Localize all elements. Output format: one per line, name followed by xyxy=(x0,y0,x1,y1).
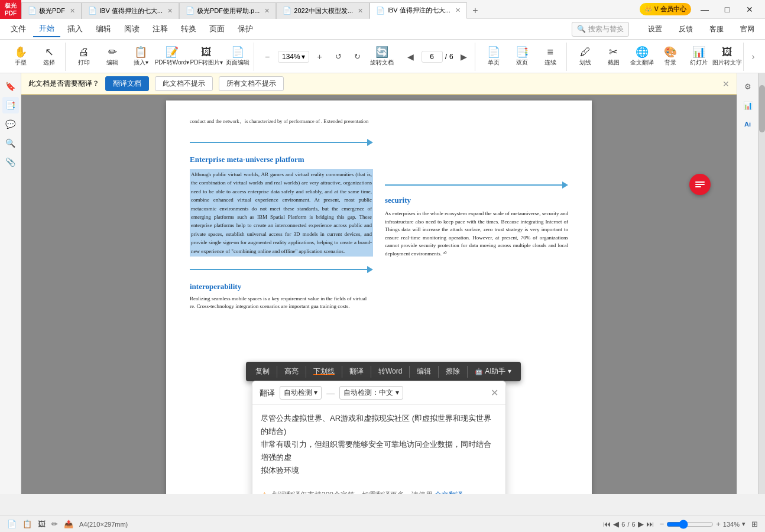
zoom-out-button[interactable]: − xyxy=(259,49,275,64)
next-page-button[interactable]: ▶ xyxy=(456,49,472,64)
ai-assistant-button[interactable]: 🤖 AI助手 ▾ xyxy=(469,364,517,379)
tab-home[interactable]: 📄 极光PDF ✕ xyxy=(21,2,82,19)
tab-ibv1-close[interactable]: ✕ xyxy=(167,7,173,15)
new-tab-button[interactable]: + xyxy=(467,2,484,19)
sidebar-attachments-icon[interactable]: 📎 xyxy=(2,154,19,170)
rs-properties-icon[interactable]: 📊 xyxy=(740,97,756,113)
menu-start[interactable]: 开始 xyxy=(33,21,60,37)
zoom-controls: − + 134% ▾ xyxy=(660,520,745,529)
tab-help[interactable]: 📄 极光PDF使用帮助.p... ✕ xyxy=(179,2,276,19)
tab-ibv1[interactable]: 📄 IBV 值得押注的七大... ✕ xyxy=(82,2,179,19)
ppt-btn[interactable]: 📊 幻灯片 xyxy=(685,45,712,69)
pdf-to-word-button[interactable]: 📝 PDF转Word▾ xyxy=(155,45,189,69)
popup-close-button[interactable]: ✕ xyxy=(491,387,498,398)
crop-btn[interactable]: ✂ 截图 xyxy=(600,45,627,69)
fit-window-button[interactable]: ⊞ xyxy=(751,520,758,528)
double-page-button[interactable]: 📑 双页 xyxy=(508,45,536,69)
target-lang-select[interactable]: 自动检测：中文 ▾ xyxy=(339,386,403,400)
edit-button[interactable]: ✏ 编辑 xyxy=(99,45,126,69)
text-context-toolbar: 复制 高亮 下划线 翻译 转Word 编辑 擦除 🤖 AI助手 ▾ xyxy=(246,362,521,381)
status-page-separator: / xyxy=(627,521,629,528)
tab-llm-close[interactable]: ✕ xyxy=(358,7,363,15)
status-last-page[interactable]: ⏭ xyxy=(646,520,654,528)
translate-button[interactable]: 翻译 xyxy=(343,364,369,379)
rs-settings-icon[interactable]: ⚙ xyxy=(740,78,756,95)
pdf-to-word-icon: 📝 xyxy=(166,47,179,57)
scrollbar-thumb[interactable] xyxy=(759,85,765,132)
rotate-doc-button[interactable]: 🔄 旋转文档 xyxy=(368,45,396,69)
sidebar-bookmark-icon[interactable]: 🔖 xyxy=(2,78,19,95)
image-to-text-btn[interactable]: 🖼 图片转文字 xyxy=(714,45,741,69)
toolbar-collapse-button[interactable]: › xyxy=(746,49,760,64)
feedback-button[interactable]: 反馈 xyxy=(673,22,699,37)
full-translate-btn[interactable]: 🌐 全文翻译 xyxy=(628,45,656,69)
sidebar-search-icon[interactable]: 🔍 xyxy=(2,135,19,151)
menu-edit[interactable]: 编辑 xyxy=(90,21,117,37)
zoom-slider[interactable] xyxy=(666,520,714,529)
status-prev-page[interactable]: ◀ xyxy=(613,520,619,528)
menu-annotate[interactable]: 注释 xyxy=(147,21,174,37)
zoom-in-status-button[interactable]: + xyxy=(716,520,721,528)
source-lang-select[interactable]: 自动检测 ▾ xyxy=(280,386,322,400)
status-next-page[interactable]: ▶ xyxy=(638,520,644,528)
tab-home-close[interactable]: ✕ xyxy=(70,7,75,15)
select-tool-button[interactable]: ↖ 选择 xyxy=(35,45,63,69)
tab-llm[interactable]: 📄 2022中国大模型发... ✕ xyxy=(276,2,369,19)
menu-read[interactable]: 阅读 xyxy=(118,21,145,37)
sidebar-comments-icon[interactable]: 💬 xyxy=(2,116,19,132)
separator-5 xyxy=(409,366,410,378)
rotate-right-button[interactable]: ↻ xyxy=(349,49,366,64)
continuous-button[interactable]: ≡ 连续 xyxy=(537,45,564,69)
sidebar-thumbnails-icon[interactable]: 📑 xyxy=(2,97,19,113)
zoom-in-button[interactable]: + xyxy=(312,49,328,64)
page-number-input[interactable] xyxy=(422,51,443,63)
zoom-dropdown[interactable]: ▾ xyxy=(742,520,745,528)
edit-text-button[interactable]: 编辑 xyxy=(411,364,437,379)
close-button[interactable]: ✕ xyxy=(739,1,760,18)
member-center-button[interactable]: 👑 V 会员中心 xyxy=(640,3,691,15)
highlight-button[interactable]: 高亮 xyxy=(278,364,304,379)
full-translate-link[interactable]: 全文翻译 xyxy=(435,491,463,494)
menu-page[interactable]: 页面 xyxy=(203,21,231,37)
rotate-left-button[interactable]: ↺ xyxy=(330,49,347,64)
to-word-button[interactable]: 转Word xyxy=(372,364,408,379)
pdf-to-image-button[interactable]: 🖼 PDF转图片▾ xyxy=(190,45,223,69)
official-site-button[interactable]: 官网 xyxy=(734,22,760,37)
menu-file[interactable]: 文件 xyxy=(5,21,32,37)
selected-pdf-text[interactable]: Although public virtual worlds, AR games… xyxy=(190,169,373,257)
tab-help-close[interactable]: ✕ xyxy=(264,7,270,15)
erase-button[interactable]: 擦除 xyxy=(440,364,466,379)
underline-button[interactable]: 下划线 xyxy=(307,364,341,379)
copy-button[interactable]: 复制 xyxy=(249,364,275,379)
menu-convert[interactable]: 转换 xyxy=(175,21,202,37)
background-btn[interactable]: 🎨 背景 xyxy=(657,45,684,69)
prev-page-button[interactable]: ◀ xyxy=(403,49,419,64)
single-page-button[interactable]: 📄 单页 xyxy=(480,45,507,69)
insert-dropdown-button[interactable]: 📋 插入▾ xyxy=(127,45,154,69)
highlight-btn[interactable]: 🖊 划线 xyxy=(572,45,599,69)
no-translate-this-button[interactable]: 此文档不提示 xyxy=(155,76,213,91)
minimize-button[interactable]: — xyxy=(694,1,715,18)
tab-ibv2[interactable]: 📄 IBV 值得押注的七大... ✕ xyxy=(369,2,467,19)
search-box[interactable]: 🔍 搜索与替换 xyxy=(572,22,629,37)
arrow-line-hr xyxy=(190,142,367,143)
highlight-icon: 🖊 xyxy=(580,47,591,57)
page-edit-button[interactable]: 📄 页面编辑 xyxy=(224,45,251,69)
support-button[interactable]: 客服 xyxy=(704,22,730,37)
tab-ibv2-close[interactable]: ✕ xyxy=(455,7,461,14)
settings-button[interactable]: 设置 xyxy=(642,22,668,37)
hand-tool-button[interactable]: ✋ 手型 xyxy=(7,45,34,69)
translate-bar-close[interactable]: ✕ xyxy=(722,79,730,89)
zoom-out-status-button[interactable]: − xyxy=(660,520,664,528)
status-first-page[interactable]: ⏮ xyxy=(603,520,611,528)
translate-document-button[interactable]: 翻译文档 xyxy=(105,76,149,91)
menu-protect[interactable]: 保护 xyxy=(232,21,259,37)
vertical-scrollbar[interactable] xyxy=(758,73,765,494)
float-action-button[interactable] xyxy=(689,174,711,195)
no-translate-all-button[interactable]: 所有文档不提示 xyxy=(219,76,284,91)
print-button[interactable]: 🖨 打印 xyxy=(70,45,98,69)
rs-ai-icon[interactable]: Ai xyxy=(740,116,756,132)
menu-insert[interactable]: 插入 xyxy=(61,21,89,37)
separator-2 xyxy=(306,366,306,378)
maximize-button[interactable]: □ xyxy=(717,1,738,18)
